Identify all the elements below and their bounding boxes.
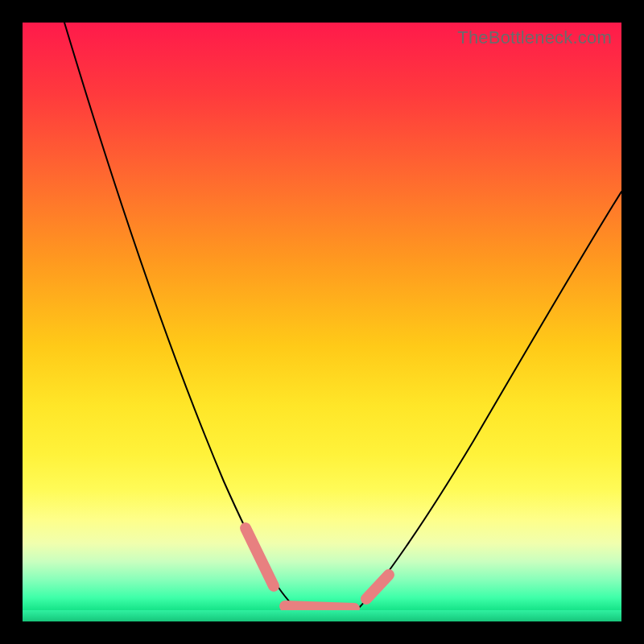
- curve-left: [64, 23, 296, 609]
- baseline-band: [23, 610, 621, 621]
- dash-right: [366, 575, 389, 599]
- curve-right: [357, 192, 621, 610]
- dash-flat: [285, 606, 354, 609]
- curve-layer: [23, 23, 621, 621]
- plot-area: TheBottleneck.com: [23, 23, 621, 621]
- dash-left: [246, 528, 274, 586]
- chart-frame: TheBottleneck.com: [0, 0, 644, 644]
